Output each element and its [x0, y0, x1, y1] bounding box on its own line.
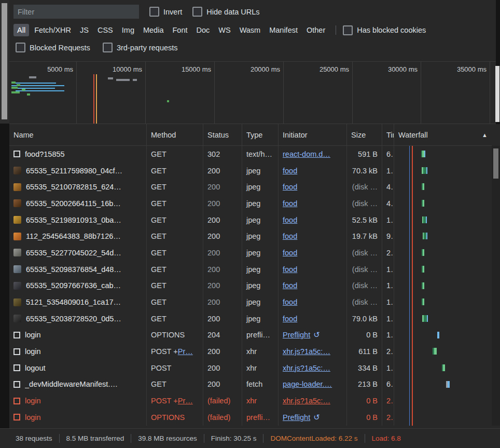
filter-tab-wasm[interactable]: Wasm [236, 24, 265, 36]
table-row[interactable]: _devMiddlewareManifest.…GET200fetchpage-… [9, 376, 492, 393]
initiator-link[interactable]: food [283, 167, 297, 175]
cell-method: GET [147, 146, 203, 162]
table-row[interactable]: loginOPTIONS(failed)prefli…Preflight↺0 B… [9, 409, 492, 426]
column-header-size[interactable]: Size [347, 124, 382, 145]
table-row[interactable]: logoutPOST200xhrxhr.js?1a5c:…334 B1… [9, 360, 492, 376]
checkbox-icon[interactable] [192, 7, 202, 17]
table-row[interactable]: 65535_52097667636_cab…GET200jpegfood(dis… [9, 278, 492, 294]
cell-method: GET [147, 228, 203, 245]
initiator-link[interactable]: Preflight [283, 331, 310, 339]
table-row[interactable]: 65535_52198910913_0ba…GET200jpegfood52.5… [9, 212, 492, 228]
checkbox-icon[interactable] [149, 7, 159, 17]
table-scrollbar-track[interactable] [492, 146, 500, 426]
initiator-link[interactable]: react-dom.d… [283, 150, 330, 158]
load-event-marker [93, 74, 94, 124]
has-blocked-cookies-checkbox[interactable]: Has blocked cookies [343, 25, 426, 35]
table-row[interactable]: loginPOST + Pr…(failed)xhrxhr.js?1a5c:…0… [9, 392, 492, 409]
waterfall-bar [426, 216, 427, 223]
table-row[interactable]: 65535_52100782815_624…GET200jpegfood(dis… [9, 179, 492, 195]
column-header-status[interactable]: Status [203, 124, 242, 145]
cell-size: 70.3 kB [347, 162, 382, 179]
file-icon [13, 398, 20, 404]
table-row[interactable]: 65535_52117598980_04cf…GET200jpegfood70.… [9, 162, 492, 179]
filter-tab-css[interactable]: CSS [94, 24, 117, 36]
filter-tab-js[interactable]: JS [76, 24, 92, 36]
checkbox-icon[interactable] [16, 43, 25, 52]
table-row[interactable]: 65535_52277045022_54d…GET200jpegfood(dis… [9, 245, 492, 261]
filter-tab-all[interactable]: All [13, 24, 29, 36]
waterfall-bar [437, 332, 439, 338]
table-scrollbar-thumb[interactable] [493, 148, 498, 179]
overview-resize-handle[interactable] [495, 66, 499, 122]
third-party-requests-checkbox[interactable]: 3rd-party requests [103, 43, 178, 52]
cell-type: jpeg [242, 278, 279, 294]
hide-data-urls-checkbox[interactable]: Hide data URLs [192, 7, 259, 17]
table-row[interactable]: loginPOST + Pr…200xhrxhr.js?1a5c:…611 B2… [9, 343, 492, 360]
cell-initiator: xhr.js?1a5c:… [279, 343, 347, 360]
filter-tab-doc[interactable]: Doc [192, 24, 213, 36]
initiator-link[interactable]: food [283, 199, 297, 208]
initiator-link[interactable]: page-loader.… [283, 380, 332, 388]
invert-checkbox[interactable]: Invert [149, 7, 182, 17]
table-row[interactable]: 65535_52038728520_0d5…GET200jpegfood79.0… [9, 310, 492, 327]
blocked-requests-checkbox[interactable]: Blocked Requests [16, 43, 90, 52]
method-text: GET [151, 249, 166, 257]
left-scrollbar-thumb[interactable] [2, 3, 7, 119]
filter-tab-img[interactable]: Img [118, 24, 138, 36]
initiator-link[interactable]: Preflight [283, 413, 310, 422]
domcontentloaded-event-marker [96, 74, 97, 124]
overview-tick-label: 30000 ms [376, 65, 418, 73]
waterfall-bar [423, 200, 424, 207]
column-header-waterfall[interactable]: Waterfall▲ [394, 124, 492, 145]
left-panel-edge [0, 0, 9, 428]
column-header-time[interactable]: Time [382, 124, 394, 145]
table-row[interactable]: loginOPTIONS204prefli…Preflight↺0 B1… [9, 327, 492, 344]
initiator-link[interactable]: food [283, 265, 297, 274]
initiator-link[interactable]: xhr.js?1a5c:… [283, 347, 330, 356]
method-preflight-link[interactable]: Pr… [178, 397, 193, 405]
initiator-link[interactable]: food [283, 183, 297, 191]
initiator-link[interactable]: food [283, 232, 297, 240]
method-text: POST [151, 364, 171, 372]
filter-tab-other[interactable]: Other [303, 24, 329, 36]
table-row[interactable]: 65535_52098376854_d48…GET200jpegfood(dis… [9, 261, 492, 278]
column-header-type[interactable]: Type [242, 124, 279, 145]
initiator-link[interactable]: food [283, 281, 297, 290]
cell-time: 2… [382, 409, 394, 426]
method-text: GET [151, 216, 166, 224]
cell-time: 4… [382, 195, 394, 212]
cell-type: jpeg [242, 310, 279, 327]
cell-time: 1… [382, 162, 394, 179]
initiator-link[interactable]: food [283, 216, 297, 224]
column-header-method[interactable]: Method [147, 124, 203, 145]
filter-tab-font[interactable]: Font [169, 24, 191, 36]
cell-status: 200 [203, 343, 242, 360]
network-overview-timeline[interactable]: 5000 ms10000 ms15000 ms20000 ms25000 ms3… [9, 62, 496, 124]
table-row[interactable]: 65535_52002664115_16b…GET200jpegfood(dis… [9, 195, 492, 212]
initiator-link[interactable]: xhr.js?1a5c:… [283, 364, 330, 372]
filter-input[interactable] [13, 5, 139, 19]
method-preflight-link[interactable]: Pr… [178, 347, 193, 356]
initiator-link[interactable]: food [283, 315, 297, 323]
cell-type: jpeg [242, 261, 279, 278]
filter-tab-manifest[interactable]: Manifest [266, 24, 301, 36]
initiator-link[interactable]: xhr.js?1a5c:… [283, 397, 330, 405]
table-row[interactable]: 112_254564383_88b7126…GET200jpegfood19.7… [9, 228, 492, 245]
initiator-link[interactable]: food [283, 249, 297, 257]
cell-type: fetch [242, 376, 279, 393]
filter-tab-media[interactable]: Media [140, 24, 168, 36]
table-row[interactable]: food?15855GET302text/h…react-dom.d…591 B… [9, 146, 492, 162]
initiator-link[interactable]: food [283, 298, 297, 306]
blocked-requests-label: Blocked Requests [30, 44, 90, 52]
filter-tab-fetch-xhr[interactable]: Fetch/XHR [31, 24, 75, 36]
filter-tab-ws[interactable]: WS [215, 24, 234, 36]
table-row[interactable]: 5121_5354809016_1ca17…GET200jpegfood(dis… [9, 294, 492, 310]
column-header-name[interactable]: Name [9, 124, 147, 145]
column-header-initiator[interactable]: Initiator [279, 124, 347, 145]
cell-type: jpeg [242, 294, 279, 310]
method-text: OPTIONS [151, 331, 185, 339]
cell-status: (failed) [203, 409, 242, 426]
checkbox-icon[interactable] [103, 43, 113, 52]
cell-time: 1… [382, 327, 394, 344]
checkbox-icon[interactable] [343, 25, 353, 35]
